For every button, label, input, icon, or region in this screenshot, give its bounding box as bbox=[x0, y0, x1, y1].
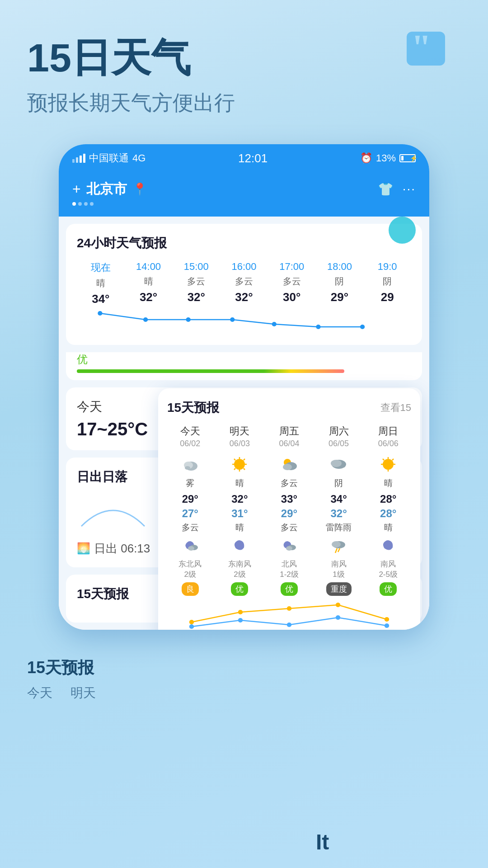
night-weather-4: 晴 bbox=[365, 522, 411, 533]
battery-icon: ⚡ bbox=[399, 154, 416, 162]
svg-point-34 bbox=[383, 459, 394, 470]
popup-link[interactable]: 查看15 bbox=[380, 401, 411, 415]
svg-point-44 bbox=[336, 603, 340, 607]
quote-icon: " bbox=[407, 27, 461, 81]
day-date-4: 06/06 bbox=[365, 439, 411, 448]
bottom-day15: 15天预报 bbox=[27, 657, 461, 679]
hour-weather-0: 晴 bbox=[77, 277, 125, 289]
day-weather-1: 晴 bbox=[217, 477, 263, 489]
hour-weather-2: 多云 bbox=[172, 275, 220, 288]
svg-point-5 bbox=[230, 317, 235, 322]
day-name-0: 今天 bbox=[167, 425, 213, 438]
day-name-2: 周五 bbox=[266, 425, 312, 438]
signal-icon bbox=[72, 154, 85, 163]
svg-point-42 bbox=[238, 610, 243, 614]
night-weather-1: 晴 bbox=[217, 522, 263, 533]
day-date-1: 06/03 bbox=[217, 439, 263, 448]
svg-point-14 bbox=[234, 459, 245, 470]
svg-point-3 bbox=[143, 317, 148, 322]
svg-point-48 bbox=[287, 623, 291, 627]
hour-weather-6: 阴 bbox=[363, 275, 411, 288]
svg-point-25 bbox=[283, 464, 292, 470]
hour-temp-2: 32° bbox=[172, 290, 220, 304]
svg-point-4 bbox=[186, 317, 191, 322]
wind-2: 北风1-2级 bbox=[266, 559, 312, 580]
promo-subtitle: 预报长期天气方便出行 bbox=[27, 89, 461, 117]
day-icon-0 bbox=[167, 453, 213, 476]
day-date-3: 06/05 bbox=[316, 439, 362, 448]
day-date-2: 06/04 bbox=[266, 439, 312, 448]
popup-title: 15天预报 bbox=[167, 399, 219, 416]
carrier-text: 中国联通 bbox=[89, 151, 129, 165]
svg-point-49 bbox=[336, 615, 340, 620]
hour-time-1: 14:00 bbox=[125, 261, 173, 273]
svg-point-7 bbox=[316, 325, 320, 329]
day-icon-4 bbox=[365, 453, 411, 476]
aqi-bar bbox=[77, 369, 344, 373]
day-name-1: 明天 bbox=[217, 425, 263, 438]
hourly-scroll[interactable]: 现在 晴 34° 14:00 晴 32° 15:00 多云 32° 16:00 … bbox=[77, 261, 411, 306]
day-low-3: 32° bbox=[316, 507, 362, 520]
day-col-3: 周六 06/05 阴 34° 32° 雷阵雨 bbox=[316, 425, 362, 596]
phone-content: 24小时天气预报 现在 晴 34° 14:00 晴 32° 15:00 多云 3… bbox=[59, 217, 429, 630]
popup-header: 15天预报 查看15 bbox=[167, 399, 411, 416]
aqi-badge-3: 重度 bbox=[326, 582, 352, 596]
svg-point-46 bbox=[189, 624, 194, 629]
hour-time-5: 18:00 bbox=[316, 261, 364, 273]
phone-mockup: 中国联通 4G 12:01 ⏰ 13% ⚡ + 北京市 📍 👕 ··· bbox=[59, 144, 429, 630]
day-col-4: 周日 06/06 bbox=[365, 425, 411, 596]
hour-item-3: 16:00 多云 32° bbox=[220, 261, 268, 306]
wind-1: 东南风2级 bbox=[217, 559, 263, 580]
dot-4 bbox=[90, 202, 94, 206]
aqi-section: 优 bbox=[66, 352, 422, 380]
aqi-badge-2: 优 bbox=[281, 582, 298, 596]
svg-line-39 bbox=[383, 459, 384, 460]
hour-weather-1: 晴 bbox=[125, 275, 173, 288]
day-low-1: 31° bbox=[217, 507, 263, 520]
status-bar: 中国联通 4G 12:01 ⏰ 13% ⚡ bbox=[59, 144, 429, 173]
forecast-24h-title: 24小时天气预报 bbox=[77, 235, 411, 252]
bottom-tomorrow: 明天 bbox=[70, 684, 96, 702]
add-city-button[interactable]: + bbox=[72, 181, 81, 198]
hour-weather-5: 阴 bbox=[316, 275, 364, 288]
day-col-1: 明天 06/03 bbox=[217, 425, 263, 596]
hour-temp-6: 29 bbox=[363, 290, 411, 304]
day-low-4: 28° bbox=[365, 507, 411, 520]
day-high-1: 32° bbox=[217, 493, 263, 505]
header-top: + 北京市 📍 👕 ··· bbox=[72, 180, 416, 198]
hour-temp-5: 29° bbox=[316, 290, 364, 304]
promo-section: 15日天气 预报长期天气方便出行 " bbox=[0, 0, 488, 135]
svg-point-45 bbox=[385, 617, 389, 622]
dot-1 bbox=[72, 202, 76, 206]
aqi-badge-4: 优 bbox=[380, 582, 397, 596]
more-button[interactable]: ··· bbox=[403, 182, 416, 196]
svg-text:": " bbox=[411, 28, 431, 67]
hour-time-3: 16:00 bbox=[220, 261, 268, 273]
hour-weather-3: 多云 bbox=[220, 275, 268, 288]
svg-point-2 bbox=[98, 311, 102, 316]
sunrise-time: 日出 06:13 bbox=[94, 541, 150, 557]
day-weather-2: 多云 bbox=[266, 477, 312, 489]
battery-pct: 13% bbox=[376, 152, 396, 164]
day-name-4: 周日 bbox=[365, 425, 411, 438]
wind-4: 南风2-5级 bbox=[365, 559, 411, 580]
night-icon-2 bbox=[266, 536, 312, 556]
svg-line-20 bbox=[244, 459, 245, 460]
hour-time-0: 现在 bbox=[77, 261, 125, 274]
svg-line-32 bbox=[335, 548, 337, 553]
svg-point-50 bbox=[385, 623, 389, 628]
popup-15day-card[interactable]: 15天预报 查看15 今天 06/02 雾 bbox=[158, 388, 420, 630]
svg-point-29 bbox=[331, 460, 342, 467]
city-name: 北京市 bbox=[86, 180, 127, 198]
day-name-3: 周六 bbox=[316, 425, 362, 438]
hour-item-1: 14:00 晴 32° bbox=[125, 261, 173, 306]
hour-item-6: 19:0 阴 29 bbox=[363, 261, 411, 306]
promo-title: 15日天气 bbox=[27, 36, 461, 80]
svg-point-41 bbox=[189, 620, 194, 624]
hour-item-2: 15:00 多云 32° bbox=[172, 261, 220, 306]
bottom-promo: 15天预报 今天 明天 bbox=[0, 639, 488, 702]
hour-weather-4: 多云 bbox=[268, 275, 316, 288]
wardrobe-icon[interactable]: 👕 bbox=[378, 182, 394, 197]
wind-0: 东北风2级 bbox=[167, 559, 213, 580]
bottom-it-text: It bbox=[316, 830, 329, 854]
